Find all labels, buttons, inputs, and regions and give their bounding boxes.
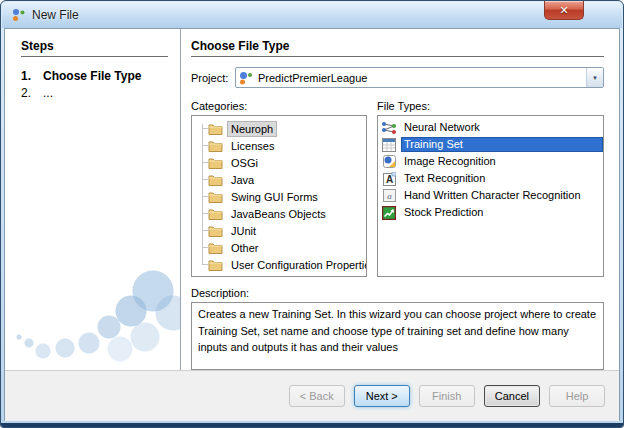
step-item-1: 1. Choose File Type	[21, 69, 168, 83]
category-label: OSGi	[228, 156, 261, 170]
category-label: Swing GUI Forms	[228, 190, 321, 204]
step-number: 2.	[21, 86, 43, 100]
folder-icon	[208, 123, 223, 135]
folder-icon	[208, 157, 223, 169]
file-type-item-hand-written-character-recognition[interactable]: a Hand Written Character Recognition	[378, 187, 603, 204]
file-type-label: Text Recognition	[401, 171, 603, 186]
steps-heading: Steps	[21, 39, 168, 57]
file-type-label: Neural Network	[401, 120, 603, 135]
folder-icon	[208, 174, 223, 186]
category-label: Other	[228, 241, 262, 255]
category-item-swing-gui-forms[interactable]: Swing GUI Forms	[192, 188, 366, 205]
file-types-section: File Types: Neural N	[377, 100, 604, 277]
window-title: New File	[32, 8, 79, 22]
description-box: Creates a new Training Set. In this wiza…	[191, 302, 604, 370]
category-label: JUnit	[228, 224, 259, 238]
category-label: JavaBeans Objects	[228, 207, 329, 221]
neural-network-icon	[381, 120, 397, 136]
category-item-licenses[interactable]: Licenses	[192, 137, 366, 154]
watermark-bubbles	[5, 253, 180, 368]
categories-label: Categories:	[191, 100, 367, 112]
svg-text:a: a	[387, 191, 392, 201]
category-item-javabeans-objects[interactable]: JavaBeans Objects	[192, 205, 366, 222]
dialog-body: Steps 1. Choose File Type 2. ... Choose …	[4, 28, 620, 421]
button-bar: < Back Next > Finish Cancel Help	[5, 370, 619, 421]
category-item-neuroph[interactable]: Neuroph	[192, 120, 366, 137]
text-recognition-icon: A	[381, 171, 397, 187]
file-type-label: Hand Written Character Recognition	[401, 188, 603, 203]
back-button: < Back	[289, 385, 345, 407]
new-file-dialog: New File ✕ Steps 1. Choose File Type 2. …	[0, 0, 624, 428]
close-icon: ✕	[559, 5, 568, 16]
step-label: ...	[43, 86, 53, 100]
category-label: Neuroph	[228, 122, 276, 136]
project-value: PredictPremierLeague	[258, 72, 586, 84]
folder-icon	[208, 208, 223, 220]
categories-section: Categories: Neuroph Licenses	[191, 100, 367, 277]
content-panel: Choose File Type Project: PredictPremier…	[181, 29, 619, 370]
training-set-icon	[381, 137, 397, 153]
project-label: Project:	[191, 72, 235, 84]
folder-icon	[208, 191, 223, 203]
category-item-user-configuration-properties[interactable]: User Configuration Properties	[192, 256, 366, 273]
titlebar[interactable]: New File ✕	[4, 1, 620, 28]
file-type-item-training-set[interactable]: Training Set	[378, 136, 603, 153]
file-types-label: File Types:	[377, 100, 604, 112]
handwritten-character-icon: a	[381, 188, 397, 204]
new-file-icon	[12, 8, 26, 22]
step-label: Choose File Type	[43, 69, 141, 83]
category-item-other[interactable]: Other	[192, 239, 366, 256]
file-type-item-neural-network[interactable]: Neural Network	[378, 119, 603, 136]
next-button[interactable]: Next >	[354, 385, 410, 407]
project-row: Project: PredictPremierLeague ▼	[191, 67, 604, 88]
file-types-list[interactable]: Neural Network Tra	[377, 115, 604, 277]
file-type-label: Stock Prediction	[401, 205, 603, 220]
file-type-item-image-recognition[interactable]: Image Recognition	[378, 153, 603, 170]
folder-icon	[208, 242, 223, 254]
step-number: 1.	[21, 69, 43, 83]
dropdown-arrow-icon[interactable]: ▼	[586, 68, 603, 87]
description-label: Description:	[191, 287, 604, 299]
steps-panel: Steps 1. Choose File Type 2. ...	[5, 29, 181, 370]
finish-button: Finish	[419, 385, 475, 407]
file-type-item-stock-prediction[interactable]: Stock Prediction	[378, 204, 603, 221]
project-combobox[interactable]: PredictPremierLeague ▼	[235, 67, 604, 88]
category-item-osgi[interactable]: OSGi	[192, 154, 366, 171]
folder-icon	[208, 140, 223, 152]
categories-list[interactable]: Neuroph Licenses OSGi	[191, 115, 367, 277]
file-type-label: Image Recognition	[401, 154, 603, 169]
help-button: Help	[549, 385, 605, 407]
category-label: Licenses	[228, 139, 277, 153]
folder-icon	[208, 259, 223, 271]
step-item-2: 2. ...	[21, 86, 168, 100]
page-title: Choose File Type	[191, 39, 604, 57]
project-icon	[239, 71, 254, 85]
image-recognition-icon	[381, 154, 397, 170]
cancel-button[interactable]: Cancel	[484, 385, 540, 407]
category-label: User Configuration Properties	[228, 258, 367, 272]
category-item-junit[interactable]: JUnit	[192, 222, 366, 239]
file-type-item-text-recognition[interactable]: A Text Recognition	[378, 170, 603, 187]
category-item-java[interactable]: Java	[192, 171, 366, 188]
window-bottom-border	[1, 423, 623, 427]
close-button[interactable]: ✕	[544, 1, 584, 20]
folder-icon	[208, 225, 223, 237]
file-type-label: Training Set	[401, 137, 603, 152]
stock-prediction-icon	[381, 205, 397, 221]
category-label: Java	[228, 173, 257, 187]
